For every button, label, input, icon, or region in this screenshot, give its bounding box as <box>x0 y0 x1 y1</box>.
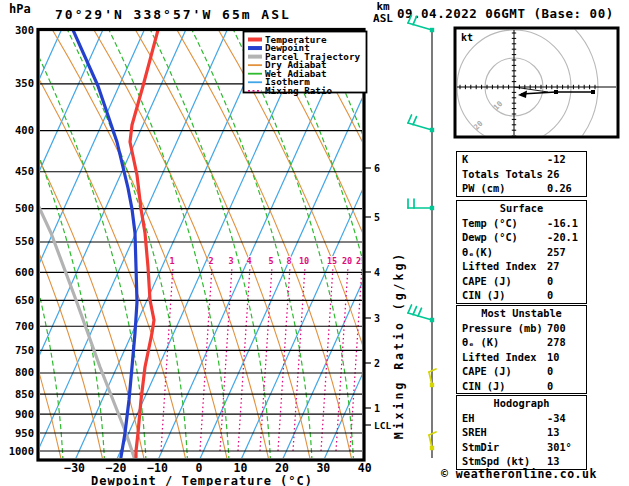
row-value: 13 <box>547 425 559 440</box>
row-label: Lifted Index <box>462 350 536 365</box>
row-label: Dewp (°C) <box>462 230 518 245</box>
table-row: θₑ(K)257 <box>457 245 586 260</box>
most-unstable-box: Most UnstablePressure (mb)700θₑ (K)278Li… <box>456 305 587 394</box>
row-value: 278 <box>547 335 566 350</box>
row-label: Temp (°C) <box>462 216 518 231</box>
surface-box-title: Surface <box>457 201 586 216</box>
most-unstable-box-title: Most Unstable <box>457 306 586 321</box>
row-label: θₑ (K) <box>462 335 499 350</box>
table-row: Lifted Index27 <box>457 259 586 274</box>
row-label: SREH <box>462 425 487 440</box>
row-value: -16.1 <box>547 216 578 231</box>
row-value: 0 <box>547 364 553 379</box>
row-label: Lifted Index <box>462 259 536 274</box>
table-row: CAPE (J)0 <box>457 274 586 289</box>
table-row: StmDir301° <box>457 440 586 455</box>
table-row: EH-34 <box>457 411 586 426</box>
row-label: Totals Totals <box>462 167 543 182</box>
hodograph-indices-box-title: Hodograph <box>457 396 586 411</box>
row-label: Pressure (mb) <box>462 321 543 336</box>
row-value: 257 <box>547 245 566 260</box>
row-label: StmDir <box>462 440 499 455</box>
sounding-chart: hPa 70°29'N 338°57'W 65m ASL km ASL 09.0… <box>0 0 629 486</box>
row-label: CAPE (J) <box>462 274 512 289</box>
table-row: SREH13 <box>457 425 586 440</box>
row-value: 26 <box>547 167 559 182</box>
table-row: PW (cm)0.26 <box>457 181 586 196</box>
row-label: CIN (J) <box>462 288 505 303</box>
row-label: CAPE (J) <box>462 364 512 379</box>
table-row: Totals Totals26 <box>457 167 586 182</box>
table-row: Lifted Index10 <box>457 350 586 365</box>
row-label: PW (cm) <box>462 181 505 196</box>
row-value: 0 <box>547 288 553 303</box>
table-row: Dewp (°C)-20.1 <box>457 230 586 245</box>
hodograph-indices-box: HodographEH-34SREH13StmDir301°StmSpd (kt… <box>456 395 587 470</box>
row-value: 301° <box>547 440 572 455</box>
row-label: EH <box>462 411 474 426</box>
surface-box: SurfaceTemp (°C)-16.1Dewp (°C)-20.1θₑ(K)… <box>456 200 587 304</box>
indices-panel: K-12Totals Totals26PW (cm)0.26SurfaceTem… <box>0 0 629 486</box>
row-value: -12 <box>547 152 566 167</box>
table-row: CIN (J)0 <box>457 288 586 303</box>
row-value: -20.1 <box>547 230 578 245</box>
row-value: 27 <box>547 259 559 274</box>
credit: © weatheronline.co.uk <box>441 467 597 481</box>
row-label: θₑ(K) <box>462 245 493 260</box>
table-row: Pressure (mb)700 <box>457 321 586 336</box>
table-row: K-12 <box>457 152 586 167</box>
table-row: CIN (J)0 <box>457 379 586 394</box>
table-row: θₑ (K)278 <box>457 335 586 350</box>
row-value: 10 <box>547 350 559 365</box>
stability-indices-box: K-12Totals Totals26PW (cm)0.26 <box>456 151 587 197</box>
row-label: CIN (J) <box>462 379 505 394</box>
row-value: 0.26 <box>547 181 572 196</box>
row-value: 0 <box>547 274 553 289</box>
row-value: -34 <box>547 411 566 426</box>
row-value: 0 <box>547 379 553 394</box>
table-row: CAPE (J)0 <box>457 364 586 379</box>
row-label: K <box>462 152 468 167</box>
table-row: Temp (°C)-16.1 <box>457 216 586 231</box>
row-value: 700 <box>547 321 566 336</box>
